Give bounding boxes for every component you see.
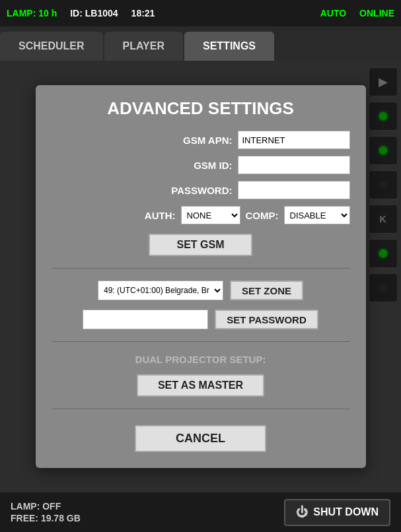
gsm-apn-row: GSM APN: <box>52 131 350 149</box>
modal-divider-3 <box>52 409 350 409</box>
gsm-id-input[interactable] <box>238 156 350 174</box>
modal-title: ADVANCED SETTINGS <box>107 98 294 119</box>
comp-select[interactable]: DISABLE ENABLE <box>284 206 350 224</box>
tab-scheduler[interactable]: SCHEDULER <box>0 32 103 61</box>
mode-status: AUTO <box>320 8 346 18</box>
gsm-id-label: GSM ID: <box>166 160 233 171</box>
modal-overlay: ADVANCED SETTINGS GSM APN: GSM ID: PASSW… <box>0 61 401 492</box>
modal-divider-2 <box>52 341 350 342</box>
tab-player[interactable]: PLAYER <box>104 32 183 61</box>
zone-row: 49: (UTC+01:00) Belgrade, Bra SET ZONE <box>52 281 350 300</box>
power-icon: ⏻ <box>296 506 308 519</box>
dual-projector-section: DUAL PROJECTOR SETUP: <box>135 354 266 365</box>
comp-label: COMP: <box>246 210 279 221</box>
bottom-info: LAMP: OFF FREE: 19.78 GB <box>11 501 81 523</box>
gsm-apn-label: GSM APN: <box>166 135 233 146</box>
dual-projector-label: DUAL PROJECTOR SETUP: <box>135 354 266 365</box>
advanced-settings-modal: ADVANCED SETTINGS GSM APN: GSM ID: PASSW… <box>36 85 366 468</box>
set-gsm-button[interactable]: SET GSM <box>149 234 252 256</box>
new-password-input[interactable] <box>83 310 208 329</box>
set-master-button[interactable]: SET AS MASTER <box>137 374 264 397</box>
main-content: ▶ K ADVANCED SETTINGS GSM APN: <box>0 61 401 492</box>
password-label: PASSWORD: <box>166 185 233 196</box>
tab-bar: SCHEDULER PLAYER SETTINGS <box>0 26 401 61</box>
auth-comp-row: AUTH: NONE PAP CHAP COMP: DISABLE ENABLE <box>52 206 350 224</box>
modal-divider-1 <box>52 268 350 269</box>
shutdown-button[interactable]: ⏻ SHUT DOWN <box>284 499 390 526</box>
auth-label: AUTH: <box>136 210 176 221</box>
status-bar: LAMP: 10 h ID: LB1004 18:21 AUTO ONLINE <box>0 0 401 26</box>
cancel-button[interactable]: CANCEL <box>135 425 266 452</box>
set-password-row: SET PASSWORD <box>52 310 350 329</box>
set-gsm-container: SET GSM <box>52 231 350 256</box>
bottom-lamp: LAMP: OFF <box>11 501 81 512</box>
auth-select[interactable]: NONE PAP CHAP <box>181 206 240 224</box>
bottom-free: FREE: 19.78 GB <box>11 513 81 523</box>
time-display: 18:21 <box>131 8 155 18</box>
gsm-id-row: GSM ID: <box>52 156 350 174</box>
set-password-button[interactable]: SET PASSWORD <box>215 310 318 329</box>
lamp-status: LAMP: 10 h <box>7 8 57 18</box>
connection-status: ONLINE <box>359 8 394 18</box>
device-id: ID: LB1004 <box>70 8 118 18</box>
bottom-bar: LAMP: OFF FREE: 19.78 GB ⏻ SHUT DOWN <box>0 492 401 532</box>
password-input[interactable] <box>238 181 350 199</box>
password-row: PASSWORD: <box>52 181 350 199</box>
gsm-apn-input[interactable] <box>238 131 350 149</box>
zone-select[interactable]: 49: (UTC+01:00) Belgrade, Bra <box>98 281 223 300</box>
set-zone-button[interactable]: SET ZONE <box>230 281 303 300</box>
gsm-section: GSM APN: GSM ID: PASSWORD: AUTH: NONE PA… <box>52 131 350 256</box>
shutdown-label: SHUT DOWN <box>313 506 379 518</box>
tab-settings[interactable]: SETTINGS <box>184 32 274 61</box>
